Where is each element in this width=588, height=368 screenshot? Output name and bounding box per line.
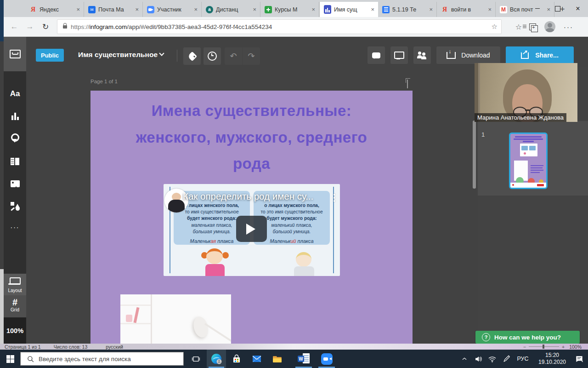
- tab-close-icon[interactable]: ×: [75, 6, 81, 13]
- word-count[interactable]: Число слов: 13: [54, 344, 88, 350]
- canvas-scrollbar[interactable]: [473, 121, 476, 189]
- tab-document[interactable]: 5.1.19 Те ×: [378, 2, 437, 17]
- tab-distance[interactable]: a Дистанц ×: [202, 2, 260, 17]
- back-button[interactable]: ←: [6, 22, 22, 31]
- chevron-up-icon: [461, 356, 468, 362]
- tray-date: 19.10.2020: [534, 359, 571, 366]
- sidebar-item-images[interactable]: [4, 172, 26, 195]
- tab-yandex-login[interactable]: Я войти в ×: [437, 2, 496, 17]
- glasses-bridge: [525, 109, 530, 111]
- download-label: Download: [461, 52, 490, 59]
- sidebar-item-maps[interactable]: [4, 127, 26, 150]
- task-view-icon: [192, 355, 200, 363]
- tab-mail[interactable]: ✉ Почта Ма ×: [84, 2, 143, 17]
- tab-close-icon[interactable]: ×: [193, 6, 198, 13]
- slide-photo[interactable]: [120, 294, 231, 344]
- word-page-info[interactable]: Страница 1 из 1: [5, 344, 41, 350]
- tray-action-center[interactable]: [571, 350, 587, 368]
- present-button[interactable]: [390, 46, 408, 64]
- sidebar-grid-button[interactable]: # Grid: [4, 295, 26, 317]
- taskbar-explorer-button[interactable]: [267, 350, 287, 368]
- settings-menu-icon[interactable]: ···: [564, 23, 573, 31]
- tab-zoom-meeting[interactable]: Участник ×: [143, 2, 202, 17]
- undo-button[interactable]: ↶: [225, 47, 242, 65]
- sidebar-item-charts[interactable]: [4, 105, 26, 127]
- word-zoom-in[interactable]: +: [562, 344, 565, 350]
- infogram-sidebar: Aa ··· Layout # Grid 100%: [4, 37, 26, 344]
- photo-shelf: [120, 323, 151, 324]
- taskbar-store-button[interactable]: [227, 350, 246, 368]
- page-thumbnail[interactable]: [509, 132, 548, 189]
- tray-language-indicator[interactable]: РУС: [514, 350, 532, 368]
- tab-close-icon[interactable]: ×: [370, 6, 375, 13]
- collections-icon[interactable]: [529, 23, 536, 30]
- tab-yandex[interactable]: Я Яндекс ×: [25, 2, 84, 17]
- word-zoom-slider[interactable]: [529, 346, 559, 347]
- tab-courses[interactable]: Курсы М ×: [260, 2, 319, 17]
- url-input[interactable]: https://infogram.com/app/#/edit/9bb37385…: [57, 19, 502, 34]
- collaborators-button[interactable]: [413, 46, 431, 64]
- sidebar-zoom-level[interactable]: 100%: [4, 317, 26, 344]
- slide-canvas[interactable]: Имена существительные: женского, мужског…: [90, 91, 413, 344]
- refresh-button[interactable]: ↻: [38, 22, 53, 32]
- slide-title-line[interactable]: рода: [90, 155, 413, 172]
- toolbar-divider: [177, 50, 177, 62]
- sidebar-item-text[interactable]: Aa: [4, 82, 26, 105]
- tags-button[interactable]: [183, 47, 201, 65]
- taskbar-word-button[interactable]: W: [293, 350, 314, 368]
- taskbar-zoom-button[interactable]: [316, 350, 337, 368]
- taskbar-mail-button[interactable]: [247, 350, 266, 368]
- page-number: 1: [481, 131, 485, 138]
- share-button[interactable]: ↗ Share...: [506, 46, 574, 64]
- window-maximize-button[interactable]: [548, 0, 568, 17]
- video-play-button[interactable]: [236, 216, 267, 242]
- tab-close-icon[interactable]: ×: [311, 6, 316, 13]
- tab-close-icon[interactable]: ×: [428, 6, 434, 13]
- window-minimize-button[interactable]: [527, 0, 548, 17]
- slide-title-line[interactable]: Имена существительные:: [90, 102, 413, 120]
- forward-button[interactable]: →: [22, 22, 38, 31]
- sidebar-item-projects[interactable]: [4, 37, 26, 71]
- task-view-button[interactable]: [186, 350, 206, 368]
- word-zoom-level[interactable]: 100%: [569, 344, 582, 350]
- tab-close-icon[interactable]: ×: [487, 6, 492, 13]
- word-zoom-out[interactable]: −: [523, 344, 526, 350]
- thumb-text-line: [531, 170, 543, 171]
- tab-close-icon[interactable]: ×: [134, 6, 140, 13]
- window-close-button[interactable]: ×: [568, 0, 588, 17]
- slide-title-line[interactable]: женского, мужского, среднего: [90, 129, 413, 146]
- history-button[interactable]: [204, 47, 221, 65]
- tray-windows-ink[interactable]: [500, 350, 514, 368]
- project-title[interactable]: Имя существительное: [78, 51, 158, 59]
- add-favorite-icon[interactable]: ☆: [492, 23, 498, 31]
- tray-network[interactable]: [485, 350, 499, 368]
- tab-infogram-active[interactable]: Имя сущ ×: [319, 2, 378, 17]
- start-button[interactable]: [0, 350, 20, 368]
- comments-button[interactable]: [368, 46, 385, 64]
- help-widget-button[interactable]: ? How can we help you?: [475, 331, 580, 344]
- grid-label: Grid: [4, 307, 26, 312]
- webcam-overlay[interactable]: Марина Анатольевна Жданова: [475, 63, 577, 122]
- taskbar-search-box[interactable]: Введите здесь текст для поиска: [20, 352, 184, 366]
- sidebar-item-more[interactable]: ···: [4, 218, 26, 237]
- sidebar-item-layout-blocks[interactable]: [4, 150, 26, 172]
- privacy-button[interactable]: Public: [36, 49, 64, 62]
- redo-button[interactable]: ↷: [243, 47, 260, 65]
- word-language[interactable]: русский: [106, 344, 123, 350]
- favorites-list-icon[interactable]: ☆: [512, 23, 526, 31]
- tray-show-hidden-icons[interactable]: [458, 350, 470, 368]
- background-window-edge: [0, 269, 4, 344]
- tray-volume[interactable]: [471, 350, 485, 368]
- youtube-video-embed[interactable]: о лицах женского пола, то имя существите…: [164, 184, 340, 276]
- edge-browser-icon: [210, 353, 222, 365]
- video-title[interactable]: Как определить род имен су...: [183, 191, 313, 202]
- video-menu-icon[interactable]: [334, 192, 335, 203]
- sidebar-item-shapes[interactable]: [4, 195, 26, 218]
- duplicate-page-icon[interactable]: [407, 80, 408, 88]
- tray-clock[interactable]: 15:20 19.10.2020: [534, 352, 571, 366]
- profile-avatar[interactable]: [544, 21, 555, 32]
- tab-close-icon[interactable]: ×: [252, 6, 257, 13]
- taskbar-edge-button[interactable]: [207, 350, 226, 368]
- sidebar-layout-button[interactable]: Layout: [4, 274, 26, 295]
- download-button[interactable]: ↓ Download: [436, 46, 500, 64]
